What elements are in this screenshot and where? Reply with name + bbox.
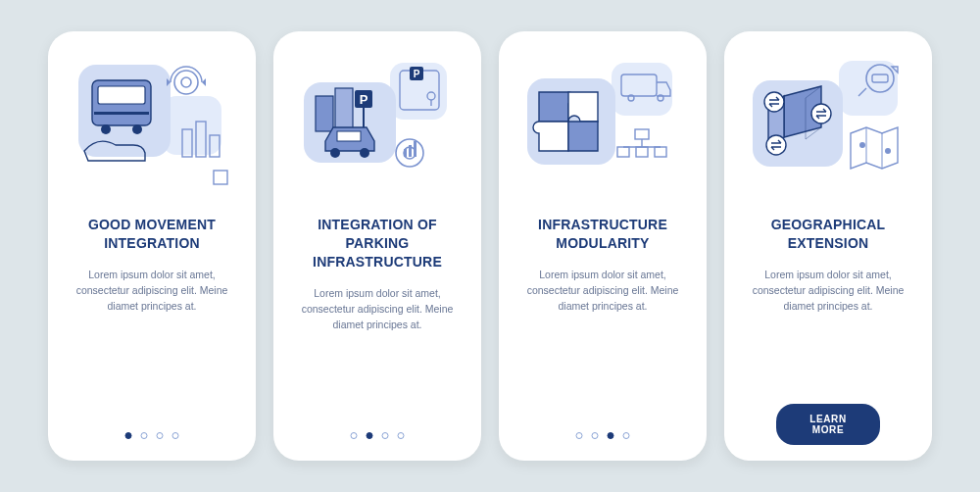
svg-point-47: [764, 92, 784, 112]
svg-rect-22: [337, 131, 361, 141]
svg-rect-17: [316, 96, 333, 131]
svg-text:P: P: [414, 69, 420, 79]
pagination-dots: [125, 432, 179, 439]
svg-point-55: [859, 142, 865, 148]
screen-title: Integration of Parking Infrastructure: [313, 216, 442, 271]
svg-point-49: [766, 135, 786, 155]
svg-rect-3: [98, 86, 145, 104]
dot-3[interactable]: [157, 432, 164, 439]
dot-1[interactable]: [125, 432, 132, 439]
dot-1[interactable]: [576, 432, 583, 439]
screen-description: Lorem ipsum dolor sit amet, consectetur …: [518, 267, 687, 315]
svg-point-11: [181, 77, 191, 87]
svg-rect-42: [617, 147, 629, 157]
dot-4[interactable]: [398, 432, 405, 439]
screen-3: Infrastructure Modularity Lorem ipsum do…: [499, 31, 707, 461]
svg-rect-32: [409, 145, 412, 157]
svg-rect-31: [404, 149, 407, 157]
svg-text:P: P: [360, 92, 368, 107]
dot-1[interactable]: [351, 432, 358, 439]
dot-2[interactable]: [141, 432, 148, 439]
svg-rect-34: [612, 63, 672, 116]
screen-description: Lorem ipsum dolor sit amet, consectetur …: [744, 267, 912, 315]
screen-2: P P Integration of Park: [273, 31, 481, 461]
illustration-puzzle: [519, 53, 686, 200]
dot-4[interactable]: [172, 432, 179, 439]
illustration-geo-map: [745, 53, 911, 200]
illustration-parking-gear: P P: [294, 53, 461, 200]
svg-rect-18: [335, 88, 353, 131]
svg-point-4: [101, 124, 111, 134]
svg-rect-39: [635, 129, 649, 139]
dot-3[interactable]: [608, 432, 614, 439]
svg-rect-14: [214, 171, 227, 184]
dot-3[interactable]: [382, 432, 389, 439]
svg-point-24: [360, 148, 369, 158]
svg-point-10: [174, 71, 198, 94]
pagination-dots: [351, 432, 405, 439]
screen-4: Geographical Extension Lorem ipsum dolor…: [724, 31, 932, 461]
screen-description: Lorem ipsum dolor sit amet, consectetur …: [293, 285, 462, 333]
svg-rect-6: [94, 112, 149, 115]
learn-more-button[interactable]: LEARN MORE: [776, 404, 880, 445]
svg-point-48: [811, 104, 831, 123]
dot-2[interactable]: [592, 432, 599, 439]
svg-rect-33: [414, 141, 416, 157]
screen-title: Geographical Extension: [771, 216, 886, 253]
screen-1: Good Movement Integration Lorem ipsum do…: [48, 31, 256, 461]
svg-rect-43: [636, 147, 648, 157]
screen-description: Lorem ipsum dolor sit amet, consectetur …: [68, 267, 236, 315]
screen-title: Good Movement Integration: [88, 216, 216, 253]
screen-title: Infrastructure Modularity: [538, 216, 667, 253]
svg-marker-13: [202, 78, 206, 86]
illustration-bus-hand: [69, 53, 235, 200]
svg-point-23: [330, 148, 340, 158]
dot-2[interactable]: [367, 432, 373, 439]
pagination-dots: [576, 432, 630, 439]
svg-rect-44: [655, 147, 666, 157]
onboarding-screens: Good Movement Integration Lorem ipsum do…: [48, 31, 932, 461]
svg-point-5: [132, 124, 142, 134]
svg-point-56: [885, 148, 891, 154]
dot-4[interactable]: [623, 432, 630, 439]
